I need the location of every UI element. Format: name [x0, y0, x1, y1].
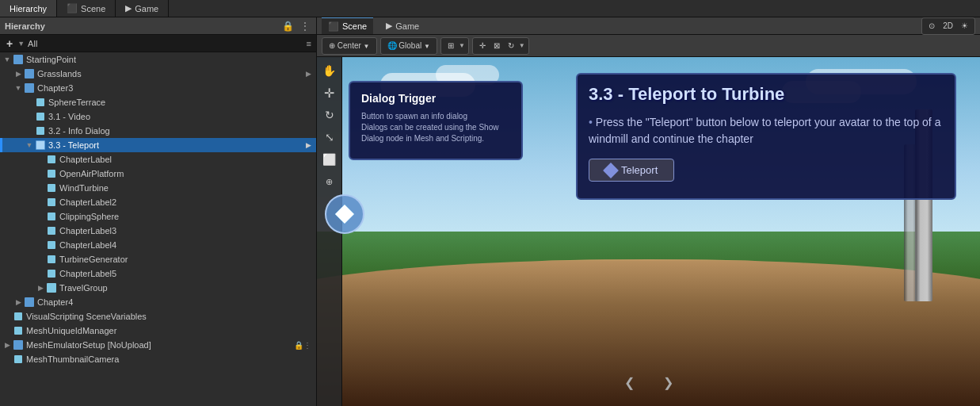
scene-tab-label: Scene: [81, 4, 105, 13]
global-icon: 🌐: [387, 41, 397, 50]
item-label: OpenAirPlatform: [59, 169, 311, 178]
teleport-circle-btn[interactable]: [325, 194, 364, 234]
expand-arrow: ▼: [13, 84, 24, 92]
tree-item-chapter4[interactable]: ▶ Chapter4: [0, 295, 316, 309]
hierarchy-tree: ▼ StartingPoint ▶ Grasslands ▶ ▼ Chapter…: [0, 52, 316, 406]
snap-group: ⊞ ▼: [440, 37, 469, 55]
transform-tool-btn[interactable]: ⊕: [319, 171, 340, 192]
move-btn[interactable]: ✛: [476, 40, 489, 52]
tree-item-chapter-label4[interactable]: ChapterLabel4: [0, 238, 316, 252]
cube-icon: [46, 282, 57, 293]
teleport-card-body: Press the "Teleport" button below to tel…: [589, 114, 944, 147]
move-dropdown: ▼: [519, 42, 525, 49]
rotate-btn[interactable]: ↻: [505, 40, 517, 52]
hierarchy-tab-label: Hierarchy: [10, 4, 47, 13]
rotate-tool-btn[interactable]: ↻: [319, 105, 340, 125]
scene-viewport[interactable]: ✋ ✛ ↻ ⤡ ⬜ ⊕ Dialog Trigger Button to spa…: [317, 57, 980, 406]
search-icon[interactable]: ≡: [307, 39, 311, 48]
grid-snap-btn[interactable]: ⊞: [444, 40, 457, 52]
tree-item-visual-scripting[interactable]: VisualScripting SceneVariables: [0, 309, 316, 324]
cube-icon: [46, 154, 57, 165]
cube-icon: [46, 211, 57, 222]
view-2d-btn[interactable]: 2D: [940, 20, 956, 32]
nav-next-btn[interactable]: ❯: [663, 375, 673, 390]
tree-item-wind-turbine[interactable]: WindTurbine: [0, 181, 316, 195]
view-options-btn[interactable]: ⊙: [925, 20, 938, 32]
arrow-right: ▶: [306, 70, 311, 78]
main-layout: Hierarchy 🔒 ⋮ + ▼ ≡ ▼ StartingPoint ▶: [0, 17, 980, 406]
teleport-diamond-icon: [603, 163, 619, 178]
rect-tool-btn[interactable]: ⬜: [319, 149, 340, 170]
nav-prev-btn[interactable]: ❮: [624, 375, 635, 390]
tree-item-turbine-gen[interactable]: TurbineGenerator: [0, 252, 316, 266]
item-label: ChapterLabel: [59, 155, 311, 164]
svg-marker-0: [335, 205, 354, 224]
tree-item-mesh-thumbnail[interactable]: MeshThumbnailCamera: [0, 352, 316, 366]
sun-btn[interactable]: ☀: [958, 20, 971, 32]
tree-item-mesh-unique[interactable]: MeshUniqueIdManager: [0, 324, 316, 338]
hierarchy-title: Hierarchy: [5, 21, 45, 31]
hierarchy-tab[interactable]: Hierarchy: [0, 0, 57, 17]
item-label: TravelGroup: [59, 283, 311, 293]
snap-dropdown: ▼: [459, 42, 465, 49]
add-button[interactable]: +: [5, 37, 14, 50]
scene-tab-btn[interactable]: ⬛ Scene: [322, 17, 373, 34]
item-label: ClippingSphere: [59, 212, 311, 221]
teleport-body-text: Press the "Teleport" button below to tel…: [589, 116, 940, 145]
item-label: SphereTerrace: [48, 98, 311, 107]
item-label: ChapterLabel3: [59, 226, 311, 236]
teleport-dialog-card: 3.3 - Teleport to Turbine Press the "Tel…: [576, 73, 956, 200]
expand-arrow: ▶: [13, 70, 24, 78]
item-label: TurbineGenerator: [59, 255, 311, 264]
tree-item-grasslands[interactable]: ▶ Grasslands ▶: [0, 67, 316, 81]
menu-icon[interactable]: ⋮: [299, 21, 311, 32]
tree-item-info-dialog[interactable]: 3.2 - Info Dialog: [0, 124, 316, 138]
tree-item-clipping-sphere[interactable]: ClippingSphere: [0, 209, 316, 224]
tree-item-chapter-label3[interactable]: ChapterLabel3: [0, 224, 316, 238]
scene-tab[interactable]: ⬛ Scene: [57, 0, 116, 17]
item-label: ChapterLabel4: [59, 240, 311, 250]
tree-item-chapter-label[interactable]: ChapterLabel: [0, 152, 316, 167]
center-btn[interactable]: ⊕ Center ▼: [326, 40, 373, 52]
emulator-menu: ⋮: [303, 341, 311, 350]
expand-arrow: ▶: [35, 284, 46, 292]
dialog-trigger-card: Dialog Trigger Button to spawn an info d…: [349, 81, 523, 160]
tree-item-chapter-label5[interactable]: ChapterLabel5: [0, 266, 316, 281]
hand-tool-btn[interactable]: ✋: [319, 60, 340, 81]
tree-item-starting-point[interactable]: ▼ StartingPoint: [0, 52, 316, 67]
tree-item-chapter-label2[interactable]: ChapterLabel2: [0, 195, 316, 209]
tree-item-sphere-terrace[interactable]: SphereTerrace: [0, 95, 316, 109]
teleport-action-btn[interactable]: Teleport: [589, 159, 674, 182]
expand-arrow: ▶: [13, 298, 24, 306]
lock-icon[interactable]: 🔒: [280, 21, 296, 32]
cube-icon: [24, 82, 35, 94]
game-tab[interactable]: ▶ Game: [116, 0, 169, 17]
search-bar: + ▼ ≡: [0, 35, 316, 52]
scale-btn[interactable]: ⊠: [490, 40, 503, 52]
cube-icon: [46, 197, 57, 208]
tree-item-chapter3[interactable]: ▼ Chapter3: [0, 81, 316, 95]
tree-item-mesh-emulator[interactable]: ▶ MeshEmulatorSetup [NoUpload] 🔒 ⋮: [0, 338, 316, 352]
tree-item-video[interactable]: 3.1 - Video: [0, 109, 316, 124]
dialog-trigger-line1: Button to spawn an info dialog: [361, 112, 467, 121]
cube-icon: [13, 339, 24, 350]
cube-icon: [46, 254, 57, 265]
cube-icon: [13, 325, 24, 336]
tree-item-travel-group[interactable]: ▶ TravelGroup: [0, 281, 316, 295]
emulator-badge: 🔒: [294, 341, 303, 350]
tree-item-teleport[interactable]: ▼ 3.3 - Teleport ▶: [0, 138, 316, 152]
nav-arrows: ❮ ❯: [624, 375, 673, 390]
global-btn[interactable]: 🌐 Global ▼: [384, 40, 433, 52]
item-label: ChapterLabel2: [59, 197, 311, 207]
dialog-trigger-title: Dialog Trigger: [361, 92, 510, 105]
move-tool-btn[interactable]: ✛: [319, 82, 340, 103]
search-input[interactable]: [28, 39, 303, 48]
scale-tool-btn[interactable]: ⤡: [319, 127, 340, 147]
space-group: 🌐 Global ▼: [380, 37, 437, 55]
game-tab-btn[interactable]: ▶ Game: [379, 17, 425, 34]
tree-item-open-air[interactable]: OpenAirPlatform: [0, 167, 316, 181]
pivot-group: ⊕ Center ▼: [322, 37, 377, 55]
add-dropdown-icon[interactable]: ▼: [17, 40, 25, 48]
item-label: Chapter4: [37, 297, 311, 307]
item-label: MeshEmulatorSetup [NoUpload]: [26, 340, 291, 350]
